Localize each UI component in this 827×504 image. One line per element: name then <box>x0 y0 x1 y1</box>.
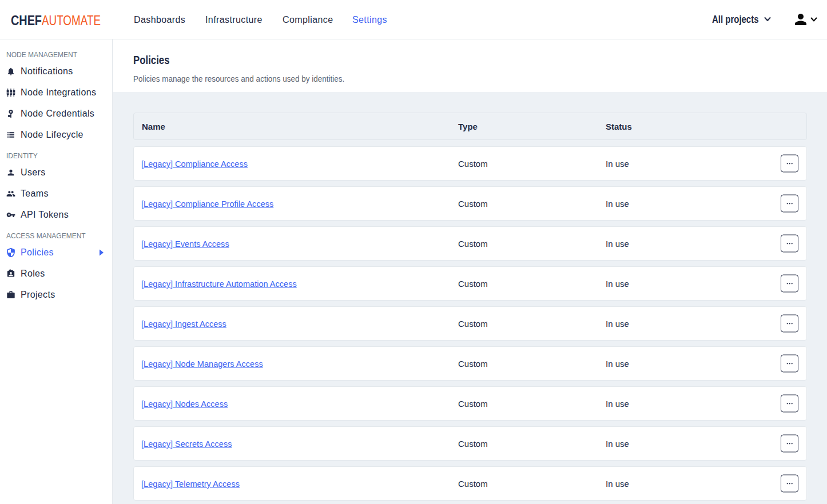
svg-text:AUTOMATE: AUTOMATE <box>42 13 101 27</box>
svg-text:CHEF: CHEF <box>11 13 42 27</box>
